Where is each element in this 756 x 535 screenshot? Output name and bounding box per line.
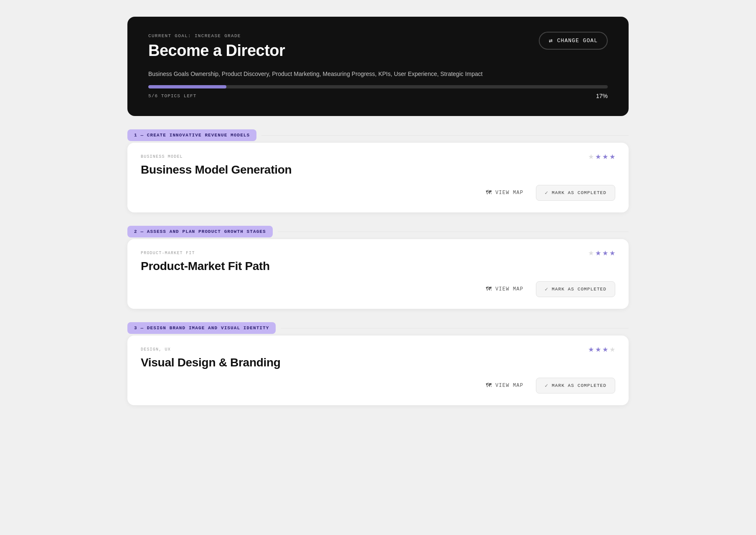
course-footer-3: 🗺 VIEW MAP ✓ MARK AS COMPLETED [141,378,615,394]
section-wrapper-1: 1 — CREATE INNOVATIVE REVENUE MODELS ★★★… [127,129,629,212]
mark-completed-button-1[interactable]: ✓ MARK AS COMPLETED [536,185,615,201]
star-3: ★ [602,346,608,353]
mark-completed-label-1: MARK AS COMPLETED [552,190,606,195]
progress-bar-fill [148,85,226,88]
map-icon-2: 🗺 [486,286,492,293]
star-3: ★ [602,249,608,257]
hero-card: CURRENT GOAL: INCREASE GRADE Become a Di… [127,17,629,116]
course-title-1: Business Model Generation [141,163,615,177]
star-4: ★ [609,153,615,161]
section-tag-3: 3 — DESIGN BRAND IMAGE AND VISUAL IDENTI… [127,322,276,334]
course-category-3: DESIGN, UX [141,347,615,352]
hero-tags: Business Goals Ownership, Product Discov… [148,70,608,78]
course-title-3: Visual Design & Branding [141,356,615,369]
swap-icon: ⇄ [549,37,553,45]
stars-rating-3: ★★★★ [588,346,615,353]
tag-row-3: 3 — DESIGN BRAND IMAGE AND VISUAL IDENTI… [127,322,629,334]
star-2: ★ [595,346,601,353]
star-2: ★ [595,249,601,257]
course-card-1: ★★★★ BUSINESS MODEL Business Model Gener… [127,143,629,212]
mark-completed-label-3: MARK AS COMPLETED [552,383,606,388]
view-map-label-2: VIEW MAP [495,286,523,292]
section-wrapper-3: 3 — DESIGN BRAND IMAGE AND VISUAL IDENTI… [127,322,629,405]
tag-line-3 [281,328,629,328]
change-goal-label: CHANGE GOAL [557,38,598,44]
check-icon-1: ✓ [545,189,548,196]
sections-list: 1 — CREATE INNOVATIVE REVENUE MODELS ★★★… [127,129,629,405]
star-4: ★ [609,346,615,353]
section-tag-1: 1 — CREATE INNOVATIVE REVENUE MODELS [127,129,256,141]
star-1: ★ [588,153,594,161]
star-3: ★ [602,153,608,161]
course-title-2: Product-Market Fit Path [141,260,615,273]
hero-title: Become a Director [148,42,608,60]
mark-completed-label-2: MARK AS COMPLETED [552,287,606,292]
star-1: ★ [588,346,594,353]
progress-percentage: 17% [596,93,608,99]
course-footer-2: 🗺 VIEW MAP ✓ MARK AS COMPLETED [141,281,615,297]
map-icon-1: 🗺 [486,189,492,196]
view-map-label-3: VIEW MAP [495,383,523,389]
section-block-3: 3 — DESIGN BRAND IMAGE AND VISUAL IDENTI… [127,322,629,405]
tag-row-2: 2 — ASSESS AND PLAN PRODUCT GROWTH STAGE… [127,226,629,237]
section-block-1: 1 — CREATE INNOVATIVE REVENUE MODELS ★★★… [127,129,629,212]
topics-left: 5/6 TOPICS LEFT [148,93,197,98]
star-4: ★ [609,249,615,257]
course-footer-1: 🗺 VIEW MAP ✓ MARK AS COMPLETED [141,185,615,201]
page-container: CURRENT GOAL: INCREASE GRADE Become a Di… [127,17,629,419]
mark-completed-button-2[interactable]: ✓ MARK AS COMPLETED [536,281,615,297]
progress-footer: 5/6 TOPICS LEFT 17% [148,93,608,99]
map-icon-3: 🗺 [486,382,492,389]
tag-row-1: 1 — CREATE INNOVATIVE REVENUE MODELS [127,129,629,141]
star-1: ★ [588,249,594,257]
mark-completed-button-3[interactable]: ✓ MARK AS COMPLETED [536,378,615,394]
course-category-2: PRODUCT-MARKET FIT [141,251,615,255]
stars-rating-2: ★★★★ [588,249,615,257]
course-category-1: BUSINESS MODEL [141,154,615,159]
section-block-2: 2 — ASSESS AND PLAN PRODUCT GROWTH STAGE… [127,226,629,309]
tag-line-2 [278,232,629,232]
check-icon-2: ✓ [545,286,548,293]
section-tag-2: 2 — ASSESS AND PLAN PRODUCT GROWTH STAGE… [127,226,273,237]
view-map-button-1[interactable]: 🗺 VIEW MAP [480,186,529,199]
stars-rating-1: ★★★★ [588,153,615,161]
view-map-button-3[interactable]: 🗺 VIEW MAP [480,379,529,392]
progress-bar-track [148,85,608,88]
view-map-button-2[interactable]: 🗺 VIEW MAP [480,283,529,296]
tag-line-1 [261,135,629,136]
course-card-2: ★★★★ PRODUCT-MARKET FIT Product-Market F… [127,239,629,309]
course-card-3: ★★★★ DESIGN, UX Visual Design & Branding… [127,336,629,405]
view-map-label-1: VIEW MAP [495,190,523,196]
section-wrapper-2: 2 — ASSESS AND PLAN PRODUCT GROWTH STAGE… [127,226,629,309]
change-goal-button[interactable]: ⇄ CHANGE GOAL [539,32,608,50]
star-2: ★ [595,153,601,161]
check-icon-3: ✓ [545,382,548,389]
